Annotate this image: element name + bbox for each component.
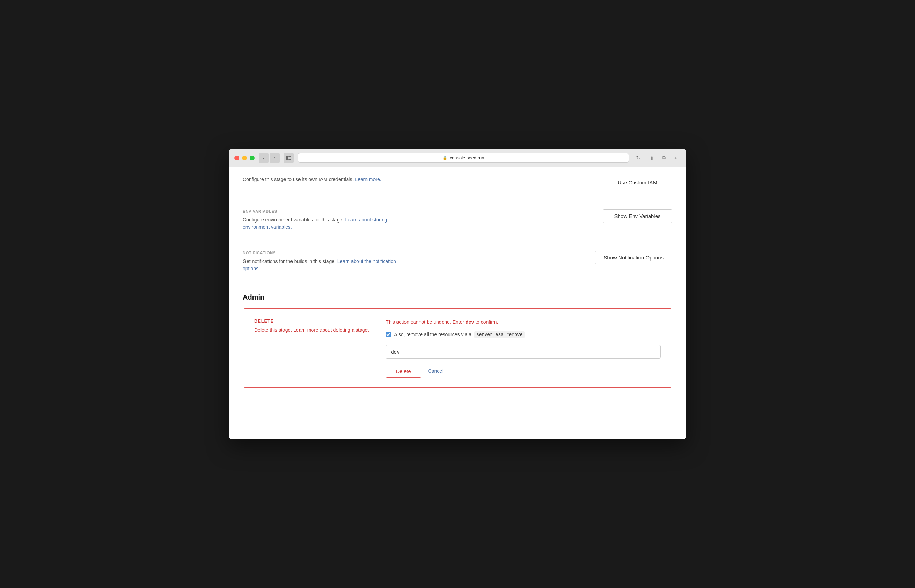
delete-section-left: DELETE Delete this stage. Learn more abo… [254,318,369,378]
reload-button[interactable]: ↻ [633,153,643,163]
checkbox-label-pre: Also, remove all the resources via a [394,332,471,337]
checkbox-label-post: . [528,332,529,337]
address-bar[interactable]: 🔒 console.seed.run [298,153,629,163]
browser-window: ‹ › 🔒 console.seed.run ↻ ⬆ ⧉ + [229,149,686,439]
notifications-description-text: Get notifications for the builds in this… [243,258,336,264]
notifications-section-left: NOTIFICATIONS Get notifications for the … [243,251,410,272]
nav-buttons: ‹ › [259,153,280,163]
use-custom-iam-button[interactable]: Use Custom IAM [603,176,672,189]
svg-rect-1 [288,156,291,157]
admin-section: Admin DELETE Delete this stage. Learn mo… [243,282,672,388]
browser-actions: ⬆ ⧉ + [647,153,681,163]
svg-rect-3 [288,159,291,160]
new-tab-button[interactable]: ⧉ [659,153,669,163]
browser-chrome: ‹ › 🔒 console.seed.run ↻ ⬆ ⧉ + [229,149,686,167]
delete-warning-text: This action cannot be undone. Enter [386,319,464,325]
url-text: console.seed.run [449,155,484,160]
env-variables-section-title: ENV VARIABLES [243,209,410,213]
share-button[interactable]: ⬆ [647,153,657,163]
delete-warning-suffix: to confirm. [475,319,498,325]
show-env-variables-button[interactable]: Show Env Variables [603,209,672,223]
delete-actions: Delete Cancel [386,365,661,378]
notifications-section-title: NOTIFICATIONS [243,251,410,255]
delete-warning-bold: dev [466,319,474,325]
delete-button[interactable]: Delete [386,365,421,378]
svg-rect-2 [288,158,291,158]
delete-description-text: Delete this stage. [254,327,292,333]
forward-button[interactable]: › [270,153,280,163]
page-content: Configure this stage to use its own IAM … [229,167,686,439]
serverless-remove-code: serverless remove [474,331,525,338]
sidebar-toggle-button[interactable] [284,153,294,163]
iam-section: Configure this stage to use its own IAM … [243,176,672,199]
back-button[interactable]: ‹ [259,153,268,163]
admin-title: Admin [243,293,672,301]
env-variables-description: Configure environment variables for this… [243,216,410,231]
delete-learn-more-link[interactable]: Learn more about deleting a stage. [293,327,369,333]
lock-icon: 🔒 [442,155,447,160]
cancel-button[interactable]: Cancel [428,368,444,374]
delete-description: Delete this stage. Learn more about dele… [254,327,369,333]
iam-description: Configure this stage to use its own IAM … [243,176,381,183]
show-notification-options-button[interactable]: Show Notification Options [595,251,672,264]
close-button[interactable] [234,155,239,160]
traffic-lights [234,155,255,160]
delete-warning: This action cannot be undone. Enter dev … [386,318,661,326]
maximize-button[interactable] [250,155,255,160]
iam-section-left: Configure this stage to use its own IAM … [243,176,381,183]
svg-rect-0 [286,156,288,160]
env-variables-section-left: ENV VARIABLES Configure environment vari… [243,209,410,231]
add-tab-button[interactable]: + [671,153,681,163]
env-variables-description-text: Configure environment variables for this… [243,217,344,223]
remove-resources-checkbox-row: Also, remove all the resources via a ser… [386,331,661,338]
remove-resources-checkbox[interactable] [386,332,391,337]
confirm-input[interactable] [386,345,661,359]
env-variables-section: ENV VARIABLES Configure environment vari… [243,199,672,241]
notifications-section: NOTIFICATIONS Get notifications for the … [243,241,672,282]
notifications-description: Get notifications for the builds in this… [243,258,410,272]
iam-learn-more-link[interactable]: Learn more. [355,176,381,182]
iam-description-text: Configure this stage to use its own IAM … [243,176,353,182]
delete-label: DELETE [254,318,369,324]
delete-section-right: This action cannot be undone. Enter dev … [386,318,661,378]
minimize-button[interactable] [242,155,247,160]
delete-box: DELETE Delete this stage. Learn more abo… [243,308,672,388]
